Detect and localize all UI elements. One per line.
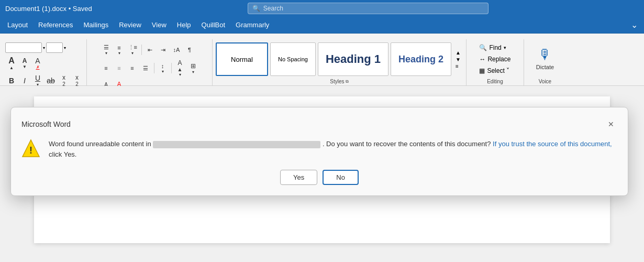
font-group: ▾ ▾ A▲ A▼ A✗ B I U▾ ab x2 x2 [2, 39, 87, 85]
styles-expand-icon[interactable]: ⧉ [346, 79, 349, 84]
menu-quillbot[interactable]: QuillBot [196, 19, 231, 31]
select-icon: ▦ [479, 67, 485, 74]
bold-button[interactable]: B [5, 74, 18, 87]
message-part2: . Do you want to recover the contents of… [323, 140, 491, 148]
menu-review[interactable]: Review [114, 19, 147, 31]
font-size-shrink-button[interactable]: A▼ [18, 56, 31, 71]
no-button[interactable]: No [323, 170, 359, 185]
font-controls: ▾ ▾ A▲ A▼ A✗ B I U▾ ab x2 x2 [5, 40, 83, 89]
dialog-titlebar: Microsoft Word ✕ [21, 118, 617, 130]
styles-gallery-area: Normal No Spacing Heading 1 Heading 2 ▲ … [216, 40, 463, 79]
find-icon: 🔍 [479, 44, 487, 51]
close-icon: ✕ [608, 120, 614, 128]
menu-layout[interactable]: Layout [2, 19, 33, 31]
dialog-body: ! Word found unreadable content in . Do … [21, 139, 617, 159]
style-no-spacing[interactable]: No Spacing [270, 42, 316, 76]
title-bar-search: 🔍 Search [97, 3, 639, 14]
editing-group: 🔍 Find ▾ ↔ Replace ▦ Select ˅ Editing [467, 39, 524, 85]
svg-text:!: ! [29, 145, 32, 156]
align-right-button[interactable]: ≡ [126, 62, 139, 74]
menu-grammarly[interactable]: Grammarly [230, 19, 274, 31]
font-name-dropdown[interactable]: ▾ [43, 46, 45, 50]
borders-button[interactable]: ⊞▾ [187, 61, 199, 76]
dictate-button[interactable]: 🎙 Dictate [533, 42, 557, 74]
styles-scroll-down[interactable]: ▼ [453, 56, 463, 63]
separator [141, 45, 142, 55]
ribbon-collapse-icon[interactable]: ⌄ [627, 18, 642, 32]
font-name-input[interactable] [5, 42, 42, 53]
styles-scroll-up[interactable]: ▲ [453, 49, 463, 56]
select-button[interactable]: ▦ Select ˅ [476, 66, 513, 76]
doc-title: Document1 (1).docx • Saved [5, 5, 92, 13]
numbered-list-button[interactable]: ≡▾ [113, 43, 126, 57]
voice-group: 🎙 Dictate Voice [524, 39, 566, 85]
decrease-indent-button[interactable]: ⇤ [144, 43, 157, 56]
document-area: Microsoft Word ✕ ! Word found unreadable… [0, 86, 644, 243]
align-row: ≡ ≡ ≡ ☰ ↕▾ A▲▾ ⊞▾ [100, 58, 199, 79]
menu-help[interactable]: Help [172, 19, 196, 31]
voice-controls: 🎙 Dictate [533, 40, 557, 79]
mic-icon: 🎙 [538, 47, 552, 63]
heading2-text: Heading 2 [398, 54, 443, 65]
shading-button[interactable]: A▲▾ [174, 58, 186, 79]
menu-bar: Layout References Mailings Review View H… [0, 17, 644, 34]
font-size-input[interactable] [46, 42, 63, 53]
style-normal[interactable]: Normal [216, 42, 268, 76]
font-size-grow-button[interactable]: A▲ [5, 54, 18, 72]
voice-group-label: Voice [527, 79, 563, 85]
clear-format-button[interactable]: A✗ [31, 55, 44, 71]
increase-indent-button[interactable]: ⇥ [157, 43, 170, 56]
dialog-overlay: Microsoft Word ✕ ! Word found unreadable… [0, 86, 644, 243]
dialog-title: Microsoft Word [21, 120, 71, 128]
find-dropdown[interactable]: ▾ [504, 45, 506, 50]
line-spacing-button[interactable]: ↕▾ [157, 61, 169, 75]
editing-controls: 🔍 Find ▾ ↔ Replace ▦ Select ˅ [476, 40, 514, 79]
sort-button[interactable]: ↕A [170, 43, 183, 56]
align-center-button[interactable]: ≡ [113, 62, 126, 74]
styles-group-label: Styles ⧉ [216, 79, 463, 85]
dialog-message: Word found unreadable content in . Do yo… [49, 139, 617, 159]
message-redacted [153, 141, 320, 148]
strikethrough-button[interactable]: ab [45, 74, 57, 87]
dialog-close-button[interactable]: ✕ [605, 118, 617, 130]
separator3 [171, 63, 172, 73]
warning-icon: ! [21, 139, 40, 158]
styles-scroll: ▲ ▼ ≡ [453, 49, 463, 70]
style-heading2[interactable]: Heading 2 [391, 42, 451, 76]
multilevel-list-button[interactable]: ⋮≡▾ [126, 42, 139, 57]
search-box[interactable]: 🔍 Search [248, 3, 488, 14]
replace-icon: ↔ [479, 56, 485, 63]
dialog: Microsoft Word ✕ ! Word found unreadable… [10, 107, 628, 196]
replace-button[interactable]: ↔ Replace [476, 54, 514, 64]
styles-group: Normal No Spacing Heading 1 Heading 2 ▲ … [213, 39, 467, 85]
message-part3: click Yes. [49, 150, 76, 158]
style-heading1[interactable]: Heading 1 [318, 42, 388, 76]
italic-button[interactable]: I [18, 74, 31, 87]
heading1-text: Heading 1 [326, 52, 381, 66]
title-bar-left: Document1 (1).docx • Saved [5, 5, 92, 13]
menu-mailings[interactable]: Mailings [79, 19, 114, 31]
ribbon: ▾ ▾ A▲ A▼ A✗ B I U▾ ab x2 x2 [0, 34, 644, 86]
find-button[interactable]: 🔍 Find ▾ [476, 42, 509, 53]
editing-group-label: Editing [470, 79, 520, 85]
font-size-dropdown[interactable]: ▾ [64, 46, 66, 50]
message-trust: If you trust the source of this document… [493, 140, 612, 148]
menu-references[interactable]: References [33, 19, 78, 31]
show-marks-button[interactable]: ¶ [183, 43, 196, 56]
yes-button[interactable]: Yes [280, 170, 317, 185]
paragraph-group: ☰▾ ≡▾ ⋮≡▾ ⇤ ⇥ ↕A ¶ ≡ ≡ ≡ ☰ ↕▾ [87, 39, 213, 85]
align-left-button[interactable]: ≡ [100, 62, 113, 74]
font-name-row: ▾ ▾ [5, 42, 83, 53]
search-placeholder: Search [263, 5, 283, 12]
bullet-list-button[interactable]: ☰▾ [100, 42, 113, 57]
justify-button[interactable]: ☰ [139, 62, 152, 74]
separator2 [154, 63, 154, 73]
title-bar: Document1 (1).docx • Saved 🔍 Search [0, 0, 644, 17]
styles-more[interactable]: ≡ [453, 63, 463, 70]
menu-view[interactable]: View [147, 19, 172, 31]
search-icon: 🔍 [252, 5, 260, 12]
font-size-row: A▲ A▼ A✗ [5, 54, 83, 72]
message-part1: Word found unreadable content in [49, 140, 151, 148]
styles-row: Normal No Spacing Heading 1 Heading 2 ▲ … [216, 42, 463, 76]
dialog-buttons: Yes No [21, 170, 617, 185]
